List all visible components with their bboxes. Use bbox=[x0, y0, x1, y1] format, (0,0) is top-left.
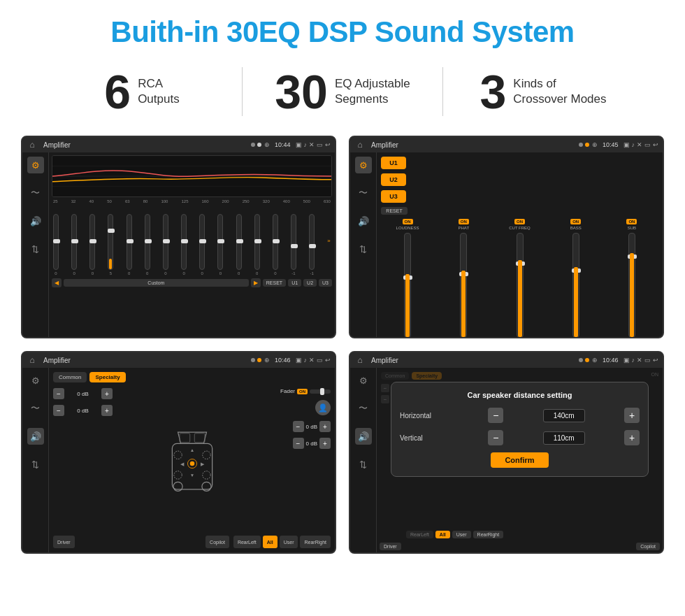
dist-btn-rearleft[interactable]: RearLeft bbox=[406, 531, 433, 538]
btn-user[interactable]: User bbox=[280, 536, 298, 548]
cross-u1-btn[interactable]: U1 bbox=[381, 157, 406, 169]
vol2-minus-btn[interactable]: − bbox=[53, 405, 64, 416]
vertical-minus-btn[interactable]: − bbox=[488, 430, 503, 445]
confirm-button[interactable]: Confirm bbox=[491, 452, 548, 468]
btn-driver[interactable]: Driver bbox=[53, 536, 75, 548]
cross-arrows-icon[interactable]: ⇅ bbox=[355, 241, 372, 257]
slider-track-2[interactable] bbox=[71, 214, 77, 270]
cross-wave-icon[interactable]: 〜 bbox=[355, 185, 372, 201]
fader-on-badge[interactable]: ON bbox=[297, 389, 308, 394]
eq-next-btn[interactable]: ▶ bbox=[251, 278, 261, 287]
loudness-slider[interactable] bbox=[404, 233, 411, 338]
channel-bass: ON BASS G bbox=[549, 219, 603, 338]
volume-icon-3: ♪ bbox=[304, 357, 308, 364]
status-bar-4: ⌂ Amplifier ⊕ 10:46 ▣ ♪ ✕ ▭ ↩ bbox=[350, 352, 663, 368]
fader-arrows-icon[interactable]: ⇅ bbox=[27, 456, 44, 473]
fader-wave-icon[interactable]: 〜 bbox=[27, 400, 44, 417]
dist-wave-icon[interactable]: 〜 bbox=[355, 400, 372, 417]
fader-speaker-icon[interactable]: 🔊 bbox=[27, 428, 44, 445]
cutfreq-on[interactable]: ON bbox=[514, 219, 525, 224]
bass-slider[interactable] bbox=[572, 233, 579, 338]
vol3-minus-btn[interactable]: − bbox=[293, 421, 304, 432]
dist-btn-all[interactable]: All bbox=[435, 531, 450, 538]
eq-preset-custom-btn[interactable]: Custom bbox=[64, 279, 249, 287]
tab-specialty[interactable]: Specialty bbox=[89, 372, 125, 382]
slider-track-12[interactable] bbox=[254, 214, 260, 270]
svg-text:◀: ◀ bbox=[180, 461, 184, 466]
phat-on[interactable]: ON bbox=[459, 219, 469, 224]
dist-btn-user[interactable]: User bbox=[452, 531, 471, 538]
loudness-on[interactable]: ON bbox=[403, 219, 413, 224]
back-icon-3: ↩ bbox=[325, 357, 331, 364]
phat-slider[interactable] bbox=[460, 233, 467, 338]
cutfreq-slider[interactable] bbox=[517, 233, 524, 338]
phat-label: PHAT bbox=[459, 226, 470, 230]
sub-on[interactable]: ON bbox=[626, 219, 637, 224]
dist-btn-driver[interactable]: Driver bbox=[380, 543, 401, 550]
cross-filter-icon[interactable]: ⚙ bbox=[355, 157, 372, 173]
slider-track-10[interactable] bbox=[217, 214, 223, 270]
btn-rearright[interactable]: RearRight bbox=[300, 536, 331, 548]
btn-all[interactable]: All bbox=[263, 536, 277, 548]
slider-track-13[interactable] bbox=[273, 214, 278, 270]
cross-u3-btn[interactable]: U3 bbox=[381, 190, 406, 203]
cross-u2-btn[interactable]: U2 bbox=[381, 173, 406, 186]
eq-speaker-icon[interactable]: 🔊 bbox=[27, 213, 44, 229]
eq-prev-btn[interactable]: ◀ bbox=[52, 278, 62, 287]
fader-label-row: Fader ON bbox=[280, 388, 331, 394]
slider-track-15[interactable] bbox=[309, 214, 315, 270]
eq-u3-btn[interactable]: U3 bbox=[319, 279, 332, 287]
home-icon[interactable]: ⌂ bbox=[27, 139, 38, 150]
vol4-plus-btn[interactable]: + bbox=[319, 438, 331, 449]
home-icon-3[interactable]: ⌂ bbox=[27, 354, 38, 366]
slider-track-7[interactable] bbox=[163, 214, 168, 270]
horizontal-minus-btn[interactable]: − bbox=[488, 408, 503, 423]
vertical-plus-btn[interactable]: + bbox=[624, 430, 640, 445]
eq-u1-btn[interactable]: U1 bbox=[288, 279, 301, 287]
btn-rearleft[interactable]: RearLeft bbox=[233, 536, 261, 548]
dialog-title: Car speaker distance setting bbox=[400, 391, 640, 399]
dist-filter-icon[interactable]: ⚙ bbox=[355, 372, 372, 389]
dist-arrows-icon[interactable]: ⇅ bbox=[355, 456, 372, 473]
fader-filter-icon[interactable]: ⚙ bbox=[27, 372, 44, 389]
slider-track-6[interactable] bbox=[145, 214, 150, 270]
slider-col-2: 0 bbox=[71, 214, 77, 275]
dot2 bbox=[257, 143, 261, 147]
more-icon[interactable]: » bbox=[327, 238, 330, 244]
vol3-plus-btn[interactable]: + bbox=[319, 421, 331, 432]
cross-reset-btn[interactable]: RESET bbox=[381, 207, 408, 215]
slider-track-11[interactable] bbox=[236, 214, 242, 270]
slider-track-9[interactable] bbox=[199, 214, 205, 270]
vol4-minus-btn[interactable]: − bbox=[293, 438, 304, 449]
eq-wave-icon[interactable]: 〜 bbox=[27, 185, 44, 201]
slider-track-14[interactable] bbox=[291, 214, 296, 270]
page-title: Buith-in 30EQ DSP Sound System bbox=[0, 0, 685, 60]
dist-btn-rearright[interactable]: RearRight bbox=[473, 531, 504, 538]
eq-arrows-icon[interactable]: ⇅ bbox=[27, 241, 44, 257]
slider-track-3[interactable] bbox=[89, 214, 95, 270]
eq-filter-icon[interactable]: ⚙ bbox=[27, 157, 44, 173]
slider-track-4[interactable] bbox=[108, 214, 113, 270]
home-icon-4[interactable]: ⌂ bbox=[354, 354, 366, 366]
dist-speaker-icon[interactable]: 🔊 bbox=[355, 428, 372, 445]
slider-track-8[interactable] bbox=[181, 214, 187, 270]
bass-on[interactable]: ON bbox=[570, 219, 581, 224]
sub-slider[interactable] bbox=[628, 233, 635, 338]
fader-h-slider[interactable] bbox=[310, 389, 331, 394]
dist-btn-copilot[interactable]: Copilot bbox=[636, 543, 660, 550]
vol1-minus-btn[interactable]: − bbox=[53, 388, 64, 399]
slider-track-1[interactable] bbox=[53, 214, 59, 270]
cutfreq-label: CUT FREQ bbox=[509, 226, 531, 230]
horizontal-plus-btn[interactable]: + bbox=[624, 408, 640, 423]
tab-common[interactable]: Common bbox=[53, 372, 87, 382]
vol1-plus-btn[interactable]: + bbox=[101, 388, 113, 399]
btn-copilot[interactable]: Copilot bbox=[206, 536, 229, 548]
eq-reset-btn[interactable]: RESET bbox=[263, 279, 286, 287]
screen3-title: Amplifier bbox=[43, 357, 248, 364]
slider-track-5[interactable] bbox=[127, 214, 132, 270]
home-icon-2[interactable]: ⌂ bbox=[354, 139, 366, 150]
vol2-plus-btn[interactable]: + bbox=[101, 405, 113, 416]
cross-speaker-icon[interactable]: 🔊 bbox=[355, 213, 372, 229]
eq-u2-btn[interactable]: U2 bbox=[303, 279, 317, 287]
fader-avatar-icon[interactable]: 👤 bbox=[315, 400, 331, 415]
